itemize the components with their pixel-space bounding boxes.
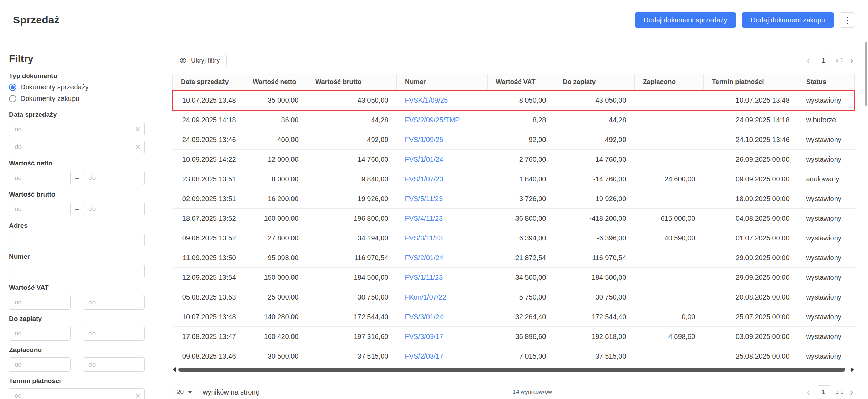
chevron-down-icon <box>188 391 192 393</box>
table-cell <box>635 130 704 150</box>
table-cell <box>635 248 704 268</box>
filter-input[interactable] <box>9 357 71 372</box>
scroll-right-arrow-icon[interactable] <box>851 367 854 372</box>
table-cell <box>635 150 704 169</box>
document-link[interactable]: FVS/2/03/17 <box>405 352 443 360</box>
table-cell: wystawiony <box>798 91 855 110</box>
column-header: Wartość VAT <box>488 74 554 91</box>
clear-icon[interactable]: × <box>135 142 141 151</box>
filter-label: Zapłacono <box>9 346 145 354</box>
filter-input[interactable] <box>9 326 71 341</box>
table-cell: 92,00 <box>488 130 554 150</box>
table-row[interactable]: 18.07.2025 13:52160 000,00196 800,00FVS/… <box>173 209 855 228</box>
table-row[interactable]: 23.08.2025 13:518 000,009 840,00FVS/1/07… <box>173 169 855 189</box>
radio-option-1[interactable]: Dokumenty zakupu <box>9 95 145 103</box>
more-options-button[interactable]: ⋮ <box>840 12 855 28</box>
table-row[interactable]: 05.08.2025 13:5325 000,0030 750,00FKon/1… <box>173 287 855 307</box>
document-link[interactable]: FVS/1/01/24 <box>405 155 443 163</box>
document-number-cell: FVS/2/01/24 <box>397 248 488 268</box>
table-row[interactable]: 10.07.2025 13:4835 000,0043 050,00FVSK/1… <box>173 91 855 110</box>
current-page-box[interactable]: 1 <box>817 385 831 399</box>
table-cell: 21 872,54 <box>488 248 554 268</box>
document-number-cell: FVS/1/07/23 <box>397 169 488 189</box>
document-link[interactable]: FVS/3/11/23 <box>405 234 443 242</box>
chevron-right-icon[interactable]: › <box>848 56 855 65</box>
table-row[interactable]: 24.09.2025 13:46400,00492,00FVS/1/09/259… <box>173 130 855 150</box>
chevron-right-icon[interactable]: › <box>848 388 855 397</box>
filter-input[interactable] <box>9 122 145 136</box>
filter-input[interactable] <box>9 295 71 310</box>
current-page-box[interactable]: 1 <box>817 54 831 67</box>
document-link[interactable]: FVS/5/11/23 <box>405 195 443 202</box>
radio-option-0[interactable]: Dokumenty sprzedaży <box>9 83 145 91</box>
table-row[interactable]: 12.09.2025 13:54150 000,00184 500,00FVS/… <box>173 268 855 287</box>
table-cell: 30 750,00 <box>554 287 635 307</box>
filters-title: Filtry <box>9 53 145 65</box>
document-link[interactable]: FVS/1/07/23 <box>405 175 443 183</box>
filter-input[interactable] <box>83 202 145 216</box>
filter-group: Termin płatności×× <box>9 377 145 399</box>
table-cell: -6 396,00 <box>554 228 635 248</box>
table-row[interactable]: 17.08.2025 13:47160 420,00197 316,60FVS/… <box>173 327 855 346</box>
document-link[interactable]: FVSK/1/09/25 <box>405 96 448 104</box>
document-link[interactable]: FKon/1/07/22 <box>405 293 446 301</box>
clear-icon[interactable]: × <box>135 391 141 399</box>
document-link[interactable]: FVS/1/09/25 <box>405 136 443 143</box>
filter-input[interactable] <box>9 233 145 247</box>
document-link[interactable]: FVS/4/11/23 <box>405 215 443 222</box>
clear-icon[interactable]: × <box>135 125 141 134</box>
table-cell: 05.08.2025 13:53 <box>173 287 244 307</box>
table-cell: 400,00 <box>244 130 307 150</box>
filter-input[interactable] <box>9 171 71 185</box>
table-row[interactable]: 10.09.2025 14:2212 000,0014 760,00FVS/1/… <box>173 150 855 169</box>
add-sales-document-button[interactable]: Dodaj dokument sprzedaży <box>635 12 736 28</box>
table-row[interactable]: 11.09.2025 13:5095 098,00116 970,54FVS/2… <box>173 248 855 268</box>
table-cell: 8 050,00 <box>488 91 554 110</box>
filter-input-box <box>9 202 71 216</box>
table-cell: 5 750,00 <box>488 287 554 307</box>
document-link[interactable]: FVS/3/03/17 <box>405 333 443 340</box>
table-cell: 23.08.2025 13:51 <box>173 169 244 189</box>
table-cell: 29.09.2025 00:00 <box>704 268 798 287</box>
table-cell: 196 800,00 <box>307 209 397 228</box>
table-row[interactable]: 09.08.2025 13:4630 500,0037 515,00FVS/2/… <box>173 346 855 366</box>
chevron-left-icon[interactable]: ‹ <box>805 56 812 65</box>
filter-input[interactable] <box>9 140 145 154</box>
filter-input[interactable] <box>9 388 145 399</box>
table-row[interactable]: 09.06.2025 13:5227 800,0034 194,00FVS/3/… <box>173 228 855 248</box>
filter-input-box <box>9 326 71 341</box>
document-link[interactable]: FVS/1/11/23 <box>405 274 443 281</box>
table-row[interactable]: 10.07.2025 13:48140 280,00172 544,40FVS/… <box>173 307 855 327</box>
filter-input[interactable] <box>83 295 145 310</box>
table-cell: 09.06.2025 13:52 <box>173 228 244 248</box>
table-cell: 32 264,40 <box>488 307 554 327</box>
page-size-select[interactable]: 20 <box>172 386 196 398</box>
scroll-left-arrow-icon[interactable] <box>173 367 176 372</box>
document-link[interactable]: FVS/2/09/25/TMP <box>405 116 460 124</box>
content: Filtry Typ dokumentu Dokumenty sprzedaży… <box>0 40 868 399</box>
filter-input[interactable] <box>9 264 145 278</box>
vertical-scrollbar[interactable] <box>865 42 867 106</box>
horizontal-scrollbar[interactable] <box>172 367 855 369</box>
table-cell: wystawiony <box>798 287 855 307</box>
document-number-cell: FVS/4/11/23 <box>397 209 488 228</box>
table-cell: 14 760,00 <box>554 150 635 169</box>
filter-input[interactable] <box>83 171 145 185</box>
filter-group: Wartość netto– <box>9 160 145 185</box>
document-link[interactable]: FVS/2/01/24 <box>405 254 443 262</box>
chevron-left-icon[interactable]: ‹ <box>805 388 812 397</box>
table-cell: wystawiony <box>798 327 855 346</box>
table-cell: 492,00 <box>554 130 635 150</box>
scrollbar-thumb[interactable] <box>178 368 845 372</box>
table-row[interactable]: 24.09.2025 14:1836,0044,28FVS/2/09/25/TM… <box>173 110 855 130</box>
add-purchase-document-button[interactable]: Dodaj dokument zakupu <box>742 12 834 28</box>
table-row[interactable]: 02.09.2025 13:5116 200,0019 926,00FVS/5/… <box>173 189 855 209</box>
hide-filters-button[interactable]: Ukryj filtry <box>172 54 227 67</box>
document-link[interactable]: FVS/3/01/24 <box>405 313 443 321</box>
filter-input[interactable] <box>9 202 71 216</box>
table-cell: 197 316,60 <box>307 327 397 346</box>
results-count: 14 wyników/ów <box>513 389 552 396</box>
filter-input[interactable] <box>83 357 145 372</box>
filter-input[interactable] <box>83 326 145 341</box>
table-cell: 09.09.2025 00:00 <box>704 169 798 189</box>
